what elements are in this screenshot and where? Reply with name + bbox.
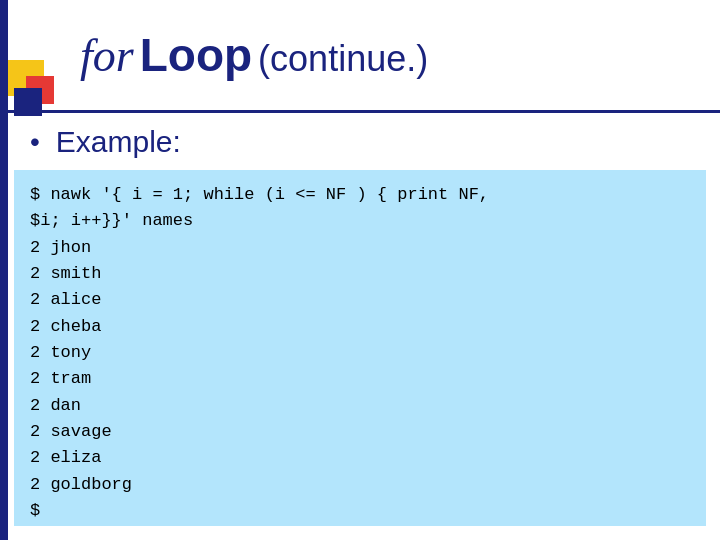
code-line-10: 2 savage — [30, 419, 690, 445]
code-line-7: 2 tony — [30, 340, 690, 366]
code-line-2: $i; i++}}' names — [30, 208, 690, 234]
divider-line — [8, 110, 720, 113]
code-line-13: $ — [30, 498, 690, 524]
title-for: for — [80, 29, 134, 82]
bullet-icon: • — [30, 128, 40, 156]
code-line-11: 2 eliza — [30, 445, 690, 471]
blue-square — [14, 88, 42, 116]
accent-bar — [0, 0, 8, 540]
page-title: for Loop (continue.) — [80, 28, 428, 82]
bullet-label: Example: — [56, 125, 181, 159]
code-line-8: 2 tram — [30, 366, 690, 392]
title-continue: (continue.) — [258, 38, 428, 80]
code-line-12: 2 goldborg — [30, 472, 690, 498]
code-line-9: 2 dan — [30, 393, 690, 419]
code-line-1: $ nawk '{ i = 1; while (i <= NF ) { prin… — [30, 182, 690, 208]
bullet-section: • Example: — [30, 125, 181, 159]
code-block: $ nawk '{ i = 1; while (i <= NF ) { prin… — [14, 170, 706, 526]
code-line-5: 2 alice — [30, 287, 690, 313]
title-loop: Loop — [140, 28, 252, 82]
code-line-6: 2 cheba — [30, 314, 690, 340]
code-line-4: 2 smith — [30, 261, 690, 287]
code-line-3: 2 jhon — [30, 235, 690, 261]
